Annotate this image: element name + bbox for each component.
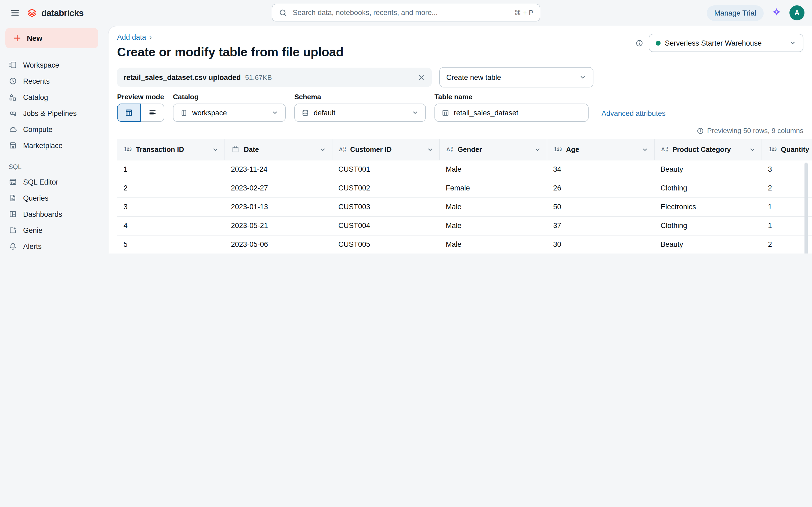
table-grid-icon [442,109,450,117]
hamburger-menu-icon[interactable] [7,5,22,20]
sidebar-item-jobs-pipelines[interactable]: Jobs & Pipelines [4,105,99,121]
manage-trial-button[interactable]: Manage Trial [707,5,764,21]
chevron-down-icon [579,73,587,81]
column-label: Age [566,146,579,154]
table-name-input[interactable]: retail_sales_dataset [435,104,589,122]
table-name-value: retail_sales_dataset [454,109,518,117]
sidebar-item-compute[interactable]: Compute [4,121,99,137]
assistant-sparkle-icon[interactable] [771,7,782,18]
global-search[interactable]: ⌘ + P [272,4,540,21]
search-input[interactable] [292,8,510,17]
column-header-transaction-id[interactable]: 123Transaction ID [117,139,224,160]
catalog-icon [9,93,17,101]
new-button[interactable]: New [5,28,98,48]
schema-group: Schema default [294,93,426,122]
uploaded-file-name: retail_sales_dataset.csv uploaded [123,73,241,81]
search-icon [279,8,287,17]
cell-customer-id: CUST004 [332,217,439,235]
sidebar-item-workspace[interactable]: Workspace [4,57,99,73]
sidebar-item-genie[interactable]: Genie [4,222,99,238]
sidebar-item-queries[interactable]: Queries [4,190,99,206]
chevron-down-icon [789,39,797,47]
catalog-select[interactable]: workspace [173,104,286,122]
sidebar-item-catalog[interactable]: Catalog [4,89,99,105]
cell-date: 2023-11-24 [224,160,332,179]
number-type-icon: 123 [554,147,562,152]
sidebar-item-label: Workspace [23,61,59,69]
column-menu-chevron-icon[interactable] [426,146,434,153]
cell-customer-id: CUST005 [332,235,439,253]
number-type-icon: 123 [123,147,132,152]
column-menu-chevron-icon[interactable] [641,146,649,153]
table-scrollbar[interactable] [805,163,808,253]
cell-customer-id: CUST001 [332,160,439,179]
remove-file-icon[interactable] [417,73,425,81]
brand-wordmark: databricks [41,8,84,18]
column-label: Transaction ID [136,146,184,154]
column-label: Quantity [781,146,809,154]
advanced-attributes-link[interactable]: Advanced attributes [602,109,666,117]
sidebar-item-marketplace[interactable]: Marketplace [4,137,99,154]
warehouse-name: Serverless Starter Warehouse [665,39,784,47]
marketplace-icon [9,141,17,150]
schema-select[interactable]: default [294,104,426,122]
cell-gender: Female [439,179,547,198]
cell-date: 2023-01-13 [224,198,332,216]
sidebar-item-label: Recents [23,77,50,85]
sidebar-item-label: Dashboards [23,210,62,218]
text-type-icon: ABC [446,146,453,153]
table-view-button[interactable] [117,104,141,122]
uploaded-file-size: 51.67KB [245,73,272,81]
topbar: databricks ⌘ + P Manage Trial A [0,0,812,26]
column-header-quantity[interactable]: 123Quantity [762,139,812,160]
uploaded-file-bar: retail_sales_dataset.csv uploaded 51.67K… [117,68,432,87]
preview-table: 123Transaction IDDateABCCustomer IDABCGe… [117,139,812,253]
sidebar-item-alerts[interactable]: Alerts [4,238,99,253]
catalog-value: workspace [192,109,227,117]
sidebar: New WorkspaceRecentsCatalogJobs & Pipeli… [0,26,104,253]
recents-icon [9,77,17,85]
cell-age: 34 [547,160,654,179]
column-menu-chevron-icon[interactable] [749,146,756,153]
catalog-book-icon [180,109,188,117]
warehouse-selector[interactable]: Serverless Starter Warehouse [649,34,803,52]
column-header-date[interactable]: Date [224,139,332,160]
sidebar-item-sql-editor[interactable]: SQL Editor [4,174,99,190]
column-menu-chevron-icon[interactable] [319,146,326,153]
cell-product-category: Clothing [654,179,762,198]
databricks-logo[interactable]: databricks [27,8,84,18]
cell-transaction-id: 5 [117,235,224,253]
databricks-logo-icon [27,8,37,18]
list-view-button[interactable] [141,104,164,122]
preview-mode-label: Preview mode [117,93,164,101]
breadcrumb-add-data-link[interactable]: Add data [117,33,146,41]
sidebar-item-recents[interactable]: Recents [4,73,99,89]
chevron-down-icon [271,109,279,116]
column-label: Gender [458,146,482,154]
info-icon[interactable] [635,39,643,47]
column-header-customer-id[interactable]: ABCCustomer ID [332,139,439,160]
column-header-product-category[interactable]: ABCProduct Category [654,139,762,160]
catalog-group: Catalog workspace [173,93,286,122]
alerts-icon [9,242,17,250]
sidebar-nav: WorkspaceRecentsCatalogJobs & PipelinesC… [0,57,104,253]
column-menu-chevron-icon[interactable] [534,146,541,153]
column-menu-chevron-icon[interactable] [212,146,219,153]
table-mode-select[interactable]: Create new table [439,67,594,88]
list-view-icon [148,108,157,117]
column-header-age[interactable]: 123Age [547,139,654,160]
table-row: 52023-05-06CUST005Male30Beauty2 [117,235,812,253]
column-header-gender[interactable]: ABCGender [439,139,547,160]
new-button-label: New [27,34,42,42]
cell-age: 50 [547,198,654,216]
cell-transaction-id: 2 [117,179,224,198]
table-view-icon [124,108,133,117]
user-avatar[interactable]: A [790,5,805,20]
sidebar-item-dashboards[interactable]: Dashboards [4,206,99,222]
sidebar-item-label: Genie [23,226,42,234]
table-row: 32023-01-13CUST003Male50Electronics1 [117,198,812,217]
cell-customer-id: CUST002 [332,179,439,198]
warehouse-status-dot [656,41,661,45]
controls-row: Preview mode [117,93,803,122]
cell-gender: Male [439,235,547,253]
